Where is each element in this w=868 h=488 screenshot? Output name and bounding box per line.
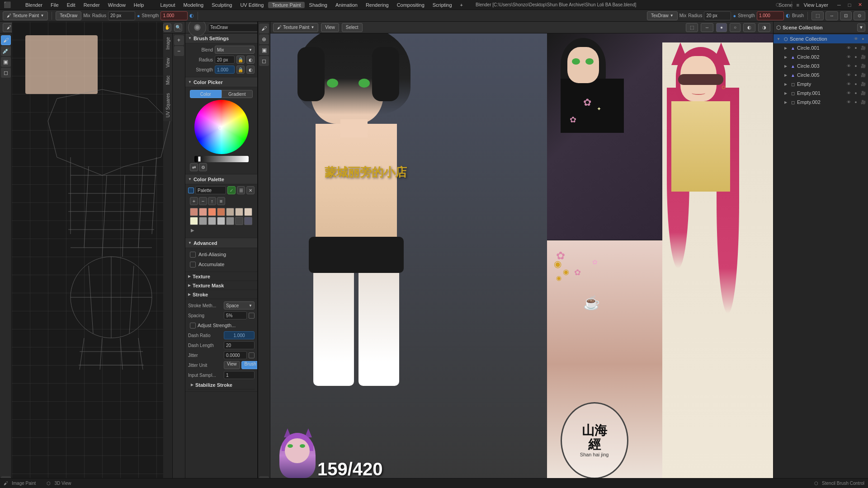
brush-strength-input-right[interactable] (757, 11, 784, 20)
tree-item-circle005[interactable]: ▶ ▲ Circle.005 👁 ● 🎥 (774, 70, 868, 80)
color-tab[interactable]: Color (190, 90, 222, 98)
workspace-modeling[interactable]: Modeling (179, 2, 207, 8)
scene-collection-root[interactable]: ▼ ⬡ Scene Collection 👁 ● (774, 34, 868, 43)
eye-empty002[interactable]: 👁 (845, 99, 852, 105)
render-circle005[interactable]: 🎥 (860, 72, 866, 78)
color-swatch-2[interactable] (208, 208, 216, 216)
scene-selector[interactable]: Scene (781, 0, 790, 9)
remove-color-btn[interactable]: − (199, 197, 207, 205)
jitter-brush-btn[interactable]: Brush (241, 361, 258, 369)
maximize-button[interactable]: □ (845, 0, 854, 9)
palette-checkbox[interactable] (188, 188, 194, 193)
viewport-shading-solid[interactable]: ● (716, 23, 727, 32)
color-swatch-5[interactable] (235, 208, 243, 216)
texture-header[interactable]: Texture (185, 272, 257, 281)
tree-item-empty001[interactable]: ▶ ◻ Empty.001 👁 ● 🎥 (774, 89, 868, 98)
nav-icon-btn[interactable]: ✋ (163, 23, 171, 32)
color-swatch-1[interactable] (199, 208, 207, 216)
eye-circle005[interactable]: 👁 (845, 72, 852, 78)
workspace-sculpting[interactable]: Sculpting (208, 2, 236, 8)
color-swatch-9[interactable] (208, 217, 216, 225)
clone-btn[interactable]: ⊕ (259, 34, 269, 44)
view-menu[interactable]: View (321, 23, 339, 32)
brush-selector-right[interactable]: TexDraw ▼ (647, 11, 678, 20)
jitter-view-btn[interactable]: View (224, 361, 240, 369)
menu-help[interactable]: Help (130, 2, 148, 8)
restrict-circle005[interactable]: ● (853, 72, 859, 78)
brush-selector-left[interactable]: TexDraw (56, 11, 81, 20)
viewport-shading-material[interactable]: ◐ (743, 23, 755, 32)
gizmo-btn[interactable]: ↔ (826, 11, 838, 20)
viewport-overlay-toggle[interactable]: ⬚ (686, 23, 698, 32)
menu-window[interactable]: Window (104, 2, 129, 8)
fill-btn[interactable]: ▣ (259, 45, 269, 55)
dash-ratio-value[interactable]: 1.000 (224, 331, 255, 339)
strength-value-prop[interactable]: 1.000 (215, 66, 235, 74)
menu-edit[interactable]: Edit (63, 2, 79, 8)
expand-circle001[interactable]: ▶ (783, 45, 789, 51)
select-btn-root[interactable]: ● (860, 36, 866, 42)
color-swatch-6[interactable] (244, 208, 252, 216)
workspace-shading[interactable]: Shading (306, 2, 331, 8)
color-swatch-7[interactable] (190, 217, 198, 225)
dash-length-value[interactable]: 20 (224, 341, 255, 349)
viewport-overlay-btn[interactable]: ⬚ (811, 11, 824, 20)
stabilize-header[interactable]: Stabilize Stroke (188, 380, 255, 389)
palette-name[interactable]: Palette (195, 186, 226, 194)
close-button[interactable]: ✕ (855, 0, 864, 9)
workspace-layout[interactable]: Layout (156, 2, 179, 8)
menu-blender[interactable]: Blender (22, 2, 46, 8)
restrict-circle002[interactable]: ● (853, 54, 859, 60)
select-menu[interactable]: Select (342, 23, 363, 32)
expand-circle003[interactable]: ▶ (783, 63, 789, 69)
render-circle003[interactable]: 🎥 (860, 63, 866, 69)
workspace-scripting[interactable]: Scripting (429, 2, 456, 8)
sort-btn[interactable]: ≡ (217, 197, 225, 205)
gradient-tab[interactable]: Gradient (222, 90, 253, 98)
radius-lock-btn[interactable]: 🔒 (236, 56, 245, 64)
restrict-empty001[interactable]: ● (853, 90, 859, 96)
paint-brush-btn[interactable]: 🖌 (259, 23, 269, 33)
restrict-circle001[interactable]: ● (853, 45, 859, 51)
radius-input-top[interactable] (108, 11, 135, 20)
color-swatch-11[interactable] (226, 217, 234, 225)
accumulate-check[interactable] (190, 262, 196, 267)
input-sample-value[interactable]: 1 (224, 371, 255, 379)
texture-paint-menu[interactable]: 🖌 Texture Paint ▼ (273, 23, 318, 32)
move-up-btn[interactable]: ↑ (208, 197, 216, 205)
strength-pressure-btn[interactable]: ◐ (246, 66, 255, 74)
tree-item-circle003[interactable]: ▶ ▲ Circle.003 👁 ● 🎥 (774, 61, 868, 70)
expand-empty001[interactable]: ▶ (783, 90, 789, 96)
workspace-texture-paint[interactable]: Texture Paint (268, 2, 304, 8)
texture-mask-header[interactable]: Texture Mask (185, 281, 257, 290)
strength-lock-btn[interactable]: 🔒 (236, 66, 245, 74)
color-options-btn[interactable]: ⚙ (199, 163, 207, 171)
color-picker-header[interactable]: Color Picker (185, 77, 257, 87)
stroke-header[interactable]: Stroke (185, 290, 257, 299)
color-wheel[interactable] (194, 100, 249, 154)
viewport-shading-wire[interactable]: ○ (730, 23, 741, 32)
workspace-animation[interactable]: Animation (332, 2, 361, 8)
color-wheel-container[interactable] (194, 100, 249, 154)
spacing-check[interactable] (249, 313, 255, 319)
palette-menu-btn[interactable]: ☰ (237, 186, 245, 194)
jitter-value[interactable]: 0.0000 (224, 351, 247, 359)
workspace-compositing[interactable]: Compositing (393, 2, 428, 8)
render-empty001[interactable]: 🎥 (860, 90, 866, 96)
scene-root-expand[interactable]: ▼ (775, 36, 782, 42)
anti-aliasing-check[interactable] (190, 252, 196, 258)
color-palette-header[interactable]: Color Palette (185, 174, 257, 184)
workspace-rendering[interactable]: Rendering (362, 2, 392, 8)
brush-name-input[interactable] (208, 23, 258, 32)
render-circle001[interactable]: 🎥 (860, 45, 866, 51)
filter-btn[interactable]: ▼ (857, 23, 865, 32)
viewport-canvas[interactable]: 蒙城丽旁的小店 ✿ ✿ ✦ (270, 33, 773, 488)
strength-input-top[interactable] (160, 11, 188, 20)
proportional-edit-btn[interactable]: ⊙ (854, 11, 865, 20)
palette-close-btn[interactable]: ✕ (246, 186, 255, 194)
palette-check-btn[interactable]: ✓ (227, 186, 236, 194)
tree-item-circle002[interactable]: ▶ ▲ Circle.002 👁 ● 🎥 (774, 52, 868, 61)
fill-tool-btn[interactable]: ▣ (1, 57, 11, 67)
render-empty002[interactable]: 🎥 (860, 99, 866, 105)
misc-tab[interactable]: Misc (165, 74, 171, 87)
